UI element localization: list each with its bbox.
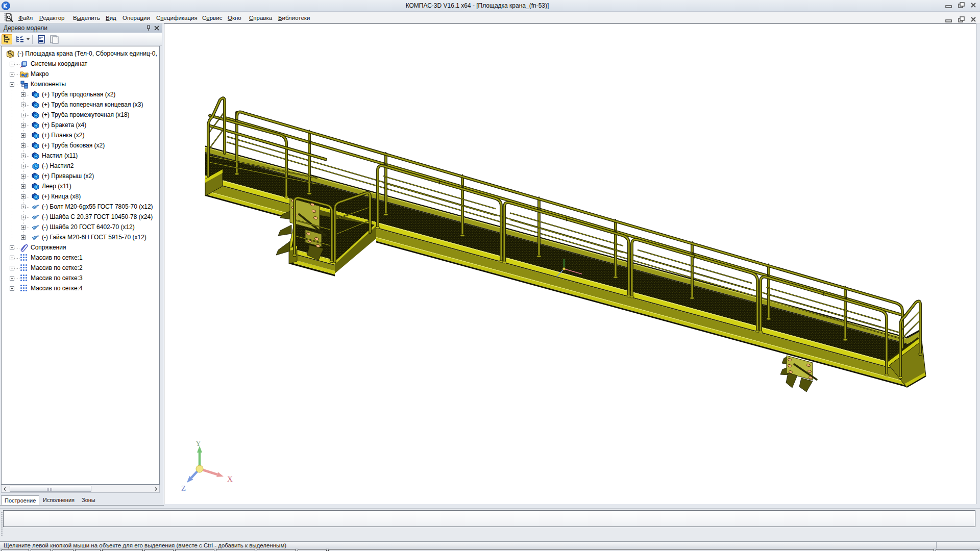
svg-text:Y: Y xyxy=(195,439,201,447)
svg-text:X: X xyxy=(227,475,233,483)
svg-text:Z: Z xyxy=(181,484,186,492)
